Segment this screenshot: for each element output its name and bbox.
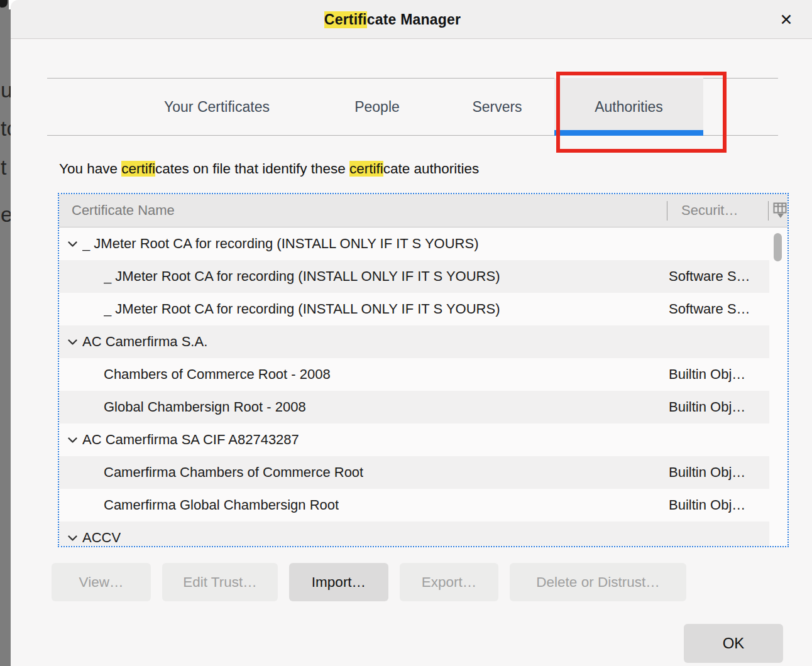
delete-or-distrust-button: Delete or Distrust… [510,563,686,601]
action-button-row: View…Edit Trust…Import…Export…Delete or … [52,563,686,601]
background-text-fragment: es [1,204,11,225]
certificate-row[interactable]: Chambers of Commerce Root - 2008Builtin … [59,358,769,391]
close-icon[interactable]: ✕ [777,10,796,29]
security-device-value: Builtin Obj… [669,497,745,513]
tab-authorities[interactable]: Authorities [554,78,703,136]
certificate-group-row[interactable]: ACCV [59,521,769,547]
certificate-name: AC Camerfirma SA CIF A82743287 [82,432,299,448]
table-header: Certificate Name Securit… [59,194,787,227]
certificate-list[interactable]: Certificate Name Securit… _ JMeter Root … [58,193,789,547]
description-text: You have certificates on file that ident… [59,161,782,177]
certificate-name: Chambers of Commerce Root - 2008 [104,366,331,383]
security-device-value: Builtin Obj… [669,464,745,481]
background-text-fragment: t [1,156,6,178]
background-text-fragment: u [1,79,11,101]
certificate-manager-dialog: Certificate Manager ✕ Your CertificatesP… [11,0,812,666]
certificate-row[interactable]: Global Chambersign Root - 2008Builtin Ob… [59,391,769,423]
certificate-name: Camerfirma Global Chambersign Root [104,497,339,513]
certificate-name: ACCV [82,530,121,546]
certificate-name: AC Camerfirma S.A. [82,334,207,350]
certificate-row[interactable]: Camerfirma Global Chambersign RootBuilti… [59,489,769,521]
ok-button[interactable]: OK [684,624,783,663]
search-highlight: certifi [121,161,155,177]
view-button: View… [52,563,151,601]
certificate-group-row[interactable]: AC Camerfirma SA CIF A82743287 [59,423,769,456]
export-button: Export… [400,563,498,601]
certificate-name: _ JMeter Root CA for recording (INSTALL … [104,268,500,285]
chevron-down-icon[interactable] [67,241,78,248]
column-header-certificate-name[interactable]: Certificate Name [72,194,175,227]
background-text-fragment: tc [1,117,11,139]
column-separator[interactable] [768,201,769,221]
column-header-security[interactable]: Securit… [681,194,738,227]
search-highlight: Certifi [324,11,367,28]
column-separator[interactable] [667,201,667,221]
edit-trust-button: Edit Trust… [162,563,278,601]
import-button[interactable]: Import… [289,563,388,601]
tab-your-certificates[interactable]: Your Certificates [148,78,286,136]
certificate-name: _ JMeter Root CA for recording (INSTALL … [82,236,478,252]
certificate-name: Global Chambersign Root - 2008 [104,399,306,415]
column-picker-icon[interactable] [773,202,788,219]
tab-people[interactable]: People [343,78,412,136]
chevron-down-icon[interactable] [67,339,78,346]
dialog-titlebar: Certificate Manager ✕ [11,0,812,39]
search-highlight: certifi [349,161,383,177]
security-device-value: Software S… [669,301,750,317]
background-page-strip: u tc t es [0,0,11,666]
security-device-value: Builtin Obj… [669,399,745,415]
certificate-row[interactable]: _ JMeter Root CA for recording (INSTALL … [59,260,769,293]
certificate-row[interactable]: _ JMeter Root CA for recording (INSTALL … [59,293,769,325]
tab-bar: Your CertificatesPeopleServersAuthoritie… [47,78,778,136]
active-tab-indicator [554,130,703,136]
certificate-group-row[interactable]: AC Camerfirma S.A. [59,325,769,358]
chevron-down-icon[interactable] [67,437,78,444]
dialog-title: Certificate Manager [11,0,774,39]
table-scrollbar[interactable] [769,229,786,546]
security-device-value: Software S… [669,268,750,285]
scrollbar-thumb[interactable] [774,233,782,261]
certificate-name: _ JMeter Root CA for recording (INSTALL … [104,301,500,317]
certificate-group-row[interactable]: _ JMeter Root CA for recording (INSTALL … [59,227,769,260]
background-text-mark [0,0,8,8]
certificate-row[interactable]: Camerfirma Chambers of Commerce RootBuil… [59,456,769,489]
security-device-value: Builtin Obj… [669,366,745,383]
certificate-name: Camerfirma Chambers of Commerce Root [104,464,363,481]
tab-servers[interactable]: Servers [462,78,532,136]
chevron-down-icon[interactable] [67,535,78,542]
